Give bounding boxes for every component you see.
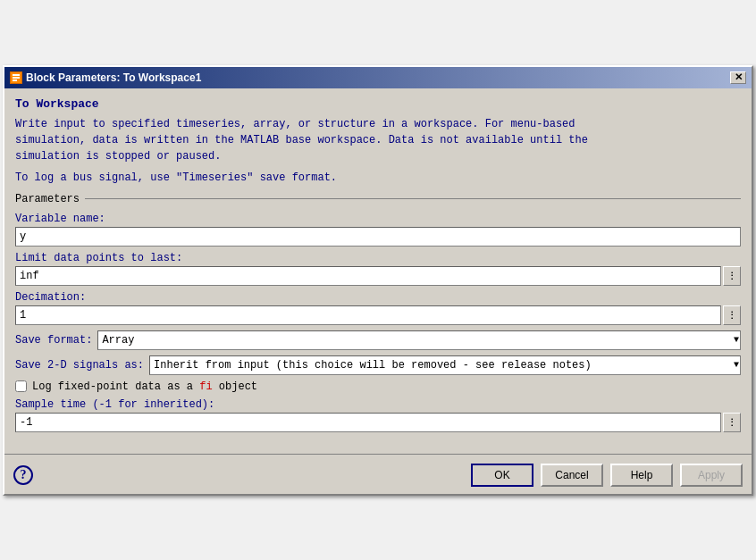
limit-data-row: ⋮ — [15, 266, 741, 286]
dialog-icon — [10, 71, 22, 84]
help-icon[interactable]: ? — [13, 465, 33, 485]
save2d-label: Save 2-D signals as: — [15, 359, 144, 372]
decimation-row: ⋮ — [15, 305, 741, 325]
log-fixedpoint-label: Log fixed-point data as a fi object — [32, 380, 257, 393]
decimation-input[interactable] — [15, 305, 721, 325]
checkbox-row: Log fixed-point data as a fi object — [15, 380, 741, 393]
parameters-label: Parameters — [15, 193, 85, 205]
limit-data-input[interactable] — [15, 266, 721, 286]
sample-time-group: Sample time (-1 for inherited): ⋮ — [15, 398, 741, 432]
footer-divider — [4, 454, 752, 455]
svg-rect-1 — [13, 74, 20, 76]
sample-time-dots-button[interactable]: ⋮ — [723, 413, 741, 432]
save-format-wrapper[interactable]: Array Structure Structure With Time Time… — [97, 330, 741, 350]
help-button[interactable]: Help — [610, 464, 673, 487]
decimation-dots-button[interactable]: ⋮ — [723, 305, 741, 325]
svg-rect-3 — [13, 79, 17, 81]
title-bar: Block Parameters: To Workspace1 ✕ — [4, 67, 752, 88]
variable-name-input[interactable] — [15, 227, 741, 247]
params-divider — [85, 198, 741, 199]
save-format-label: Save format: — [15, 334, 92, 347]
dialog-content: To Workspace Write input to specified ti… — [4, 88, 752, 447]
decimation-group: Decimation: ⋮ — [15, 291, 741, 325]
checkbox-label-text: Log fixed-point data as a fi object — [32, 380, 257, 393]
close-button[interactable]: ✕ — [730, 71, 746, 84]
log-fixedpoint-checkbox[interactable] — [15, 380, 27, 392]
block-parameters-dialog: Block Parameters: To Workspace1 ✕ To Wor… — [3, 65, 753, 496]
desc-line3: simulation is stopped or paused. — [15, 148, 741, 164]
variable-name-row — [15, 227, 741, 247]
ok-button[interactable]: OK — [471, 464, 533, 487]
sample-time-input[interactable] — [15, 413, 721, 432]
sample-time-label: Sample time (-1 for inherited): — [15, 398, 741, 411]
desc-line1: Write input to specified timeseries, arr… — [15, 116, 741, 132]
footer-buttons: OK Cancel Help Apply — [471, 464, 743, 487]
description: Write input to specified timeseries, arr… — [15, 116, 741, 164]
footer: ? OK Cancel Help Apply — [4, 460, 752, 494]
desc-line2: simulation, data is written in the MATLA… — [15, 132, 741, 148]
section-title: To Workspace — [15, 97, 741, 111]
parameters-header: Parameters — [15, 193, 741, 205]
cancel-button[interactable]: Cancel — [541, 464, 603, 487]
bus-note: To log a bus signal, use "Timeseries" sa… — [15, 171, 741, 184]
limit-data-group: Limit data points to last: ⋮ — [15, 252, 741, 286]
title-bar-left: Block Parameters: To Workspace1 — [10, 71, 201, 84]
apply-button[interactable]: Apply — [680, 464, 743, 487]
variable-name-group: Variable name: — [15, 213, 741, 247]
save-format-select[interactable]: Array Structure Structure With Time Time… — [97, 330, 741, 350]
save2d-wrapper[interactable]: Inherit from input (this choice will be … — [149, 355, 741, 375]
title-text: Block Parameters: To Workspace1 — [26, 71, 201, 84]
save2d-select[interactable]: Inherit from input (this choice will be … — [149, 355, 741, 375]
save2d-row: Save 2-D signals as: Inherit from input … — [15, 355, 741, 375]
sample-time-row: ⋮ — [15, 413, 741, 432]
decimation-label: Decimation: — [15, 291, 741, 304]
svg-rect-2 — [13, 77, 20, 79]
limit-data-label: Limit data points to last: — [15, 252, 741, 264]
limit-data-dots-button[interactable]: ⋮ — [723, 266, 741, 286]
save-format-row: Save format: Array Structure Structure W… — [15, 330, 741, 350]
variable-name-label: Variable name: — [15, 213, 741, 225]
